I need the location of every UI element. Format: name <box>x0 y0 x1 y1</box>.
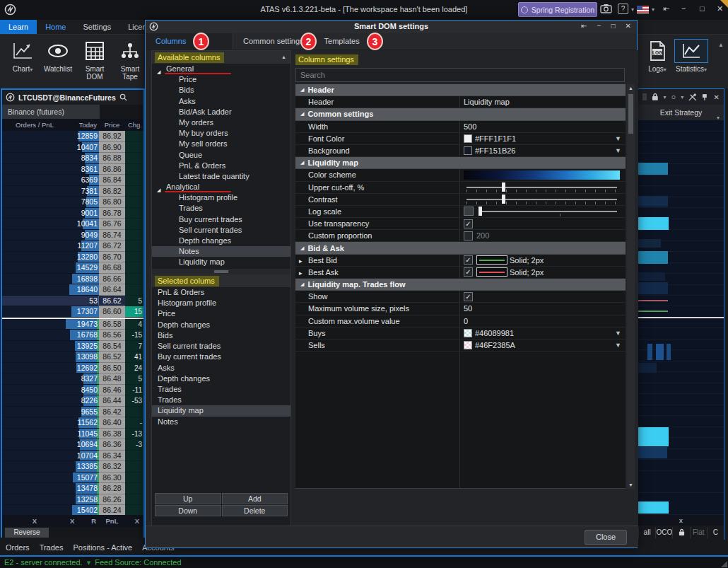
checkbox[interactable]: ✓ <box>464 267 473 277</box>
horizontal-scrollbar[interactable] <box>152 269 290 274</box>
dom-cell-price[interactable]: 86.58 <box>99 319 125 330</box>
screenshot-camera-icon[interactable] <box>600 4 612 13</box>
dom-row[interactable]: 1004186.76 <box>2 219 143 230</box>
dom-row[interactable]: 1689886.66 <box>2 274 143 285</box>
available-columns-header[interactable]: Available columns ▲ <box>152 51 290 64</box>
dom-cell-price[interactable]: 86.86 <box>99 164 125 175</box>
dom-row[interactable]: 1070486.34 <box>2 451 143 462</box>
tree-group[interactable]: ◢Analytical <box>152 182 290 192</box>
dialog-titlebar[interactable]: Smart DOM settings ⇤ − □ ✕ <box>146 21 637 33</box>
scroll-down-icon[interactable]: ▼ <box>627 482 635 487</box>
help-icon[interactable]: ? <box>618 4 628 14</box>
tree-item[interactable]: My orders <box>152 117 290 128</box>
dialog-close-icon[interactable]: ✕ <box>626 22 631 30</box>
settings-value[interactable] <box>459 182 626 194</box>
settings-section-common-settings[interactable]: ◢Common settings <box>295 108 626 120</box>
delete-button[interactable]: Delete <box>222 505 288 516</box>
settings-value[interactable]: #FF151B26▼ <box>459 145 626 157</box>
slider[interactable] <box>464 193 621 205</box>
dom-row[interactable]: 1325886.26 <box>2 494 143 506</box>
selected-column-item[interactable]: Buy current trades <box>152 352 290 362</box>
settings-value[interactable]: 500 <box>459 121 626 133</box>
ribbon-statistics[interactable]: Statistics▾ <box>674 39 708 74</box>
dom-row[interactable]: 636986.84 <box>2 175 143 186</box>
dom-row[interactable]: 1120786.72 <box>2 240 143 252</box>
color-swatch[interactable] <box>464 134 472 143</box>
dom-cell-price[interactable]: 86.26 <box>99 494 125 506</box>
dom-row[interactable]: 5386.625 <box>2 296 143 307</box>
ribbon-chart[interactable]: Chart▾ <box>6 39 40 74</box>
server-status[interactable]: E2 - server connected. <box>4 558 83 567</box>
dom-cell-price[interactable]: 86.76 <box>99 219 125 230</box>
lock-dropdown-icon[interactable]: ▾ <box>664 94 667 100</box>
tree-item[interactable]: Depth changes <box>152 236 290 246</box>
selected-column-item[interactable]: Sell current trades <box>152 341 290 352</box>
selected-column-item[interactable]: Notes <box>152 417 290 427</box>
tree-item[interactable]: Latest trade quantity <box>152 171 290 182</box>
dom-row[interactable]: 1309886.5241 <box>2 352 143 363</box>
tree-item[interactable]: Liquidity map <box>152 257 290 267</box>
col-header-orders-pnl[interactable]: Orders / PnL <box>2 121 67 129</box>
tab-orders[interactable]: Orders <box>6 543 30 552</box>
scroll-up-icon[interactable]: ▲ <box>627 86 635 91</box>
language-dropdown-icon[interactable]: ▾ <box>652 6 654 13</box>
dom-row[interactable]: 1328086.70 <box>2 252 143 263</box>
dom-row[interactable]: 904986.74 <box>2 230 143 241</box>
lock-icon[interactable] <box>672 527 689 538</box>
dom-cell-price[interactable]: 86.78 <box>99 208 125 219</box>
lock-icon[interactable] <box>652 93 659 101</box>
settings-value[interactable]: ✓ <box>459 218 626 230</box>
dialog-maximize-icon[interactable]: □ <box>611 22 616 30</box>
slider[interactable] <box>464 181 621 193</box>
c-button[interactable]: C <box>707 527 724 538</box>
tree-item[interactable]: Bids <box>152 85 290 95</box>
dom-row[interactable]: 780586.80 <box>2 197 143 208</box>
add-button[interactable]: Add <box>222 493 288 504</box>
resize-grip[interactable] <box>721 561 727 567</box>
dom-row[interactable]: 1040786.90 <box>2 142 143 153</box>
scroll-thumb[interactable] <box>628 94 633 134</box>
slider[interactable] <box>476 205 621 217</box>
dialog-tab-columns[interactable]: Columns <box>146 33 233 50</box>
footer-x-chg[interactable]: X <box>125 517 143 525</box>
dom-cell-price[interactable]: 86.48 <box>99 373 125 385</box>
ribbon-collapse-icon[interactable]: ▲ <box>718 42 724 48</box>
tree-item[interactable]: Bid/Ask Ladder <box>152 107 290 117</box>
ribbon-smart-dom[interactable]: SmartDOM <box>78 39 112 81</box>
tree-item[interactable]: Asks <box>152 96 290 107</box>
circle-icon[interactable]: ○ <box>671 93 676 101</box>
tree-group[interactable]: ◢General <box>152 64 290 74</box>
dom-row[interactable]: 900186.78 <box>2 208 143 219</box>
tree-item[interactable]: My sell orders <box>152 139 290 149</box>
dom-cell-price[interactable]: 86.82 <box>99 186 125 197</box>
dom-row[interactable]: 1069486.36-3 <box>2 439 143 451</box>
instrument-name[interactable]: LTCUSDT@BinanceFutures <box>18 93 116 102</box>
settings-value[interactable]: 50 <box>459 303 626 315</box>
tree-item[interactable]: Queue <box>152 150 290 161</box>
dom-cell-price[interactable]: 86.68 <box>99 262 125 274</box>
dom-cell-price[interactable]: 86.40 <box>99 417 125 429</box>
selected-column-item[interactable]: Trades <box>152 395 290 405</box>
selected-column-item[interactable]: Liquidity map <box>152 405 290 416</box>
settings-value[interactable]: #46F2385A▼ <box>459 340 626 352</box>
selected-column-item[interactable]: Price <box>152 308 290 319</box>
flat-button[interactable]: Flat <box>690 527 707 538</box>
minimize-to-tray-icon[interactable]: ⇤ <box>663 4 669 13</box>
tree-item[interactable]: Price <box>152 74 290 85</box>
reverse-button[interactable]: Reverse <box>5 528 49 538</box>
col-header-today[interactable]: Today <box>67 121 99 129</box>
dialog-pin-icon[interactable]: ⇤ <box>581 22 587 30</box>
dom-row[interactable]: 1947386.584 <box>2 319 143 330</box>
settings-section-bid-ask[interactable]: ◢Bid & Ask <box>295 242 626 254</box>
tab-learn[interactable]: Learn <box>0 20 37 34</box>
dom-cell-price[interactable]: 86.42 <box>99 407 125 418</box>
oco-button[interactable]: OCO <box>655 527 672 538</box>
tab-trades[interactable]: Trades <box>40 543 64 552</box>
settings-section-liquidity-map[interactable]: ◢Liquidity map <box>295 157 626 169</box>
dom-cell-price[interactable]: 86.74 <box>99 230 125 241</box>
tree-item[interactable]: Notes <box>152 246 290 257</box>
dom-cell-price[interactable]: 86.62 <box>99 296 125 307</box>
dom-cell-price[interactable]: 86.50 <box>99 363 125 374</box>
close-panel-icon[interactable]: ✕ <box>714 93 720 101</box>
dom-cell-price[interactable]: 86.70 <box>99 252 125 263</box>
